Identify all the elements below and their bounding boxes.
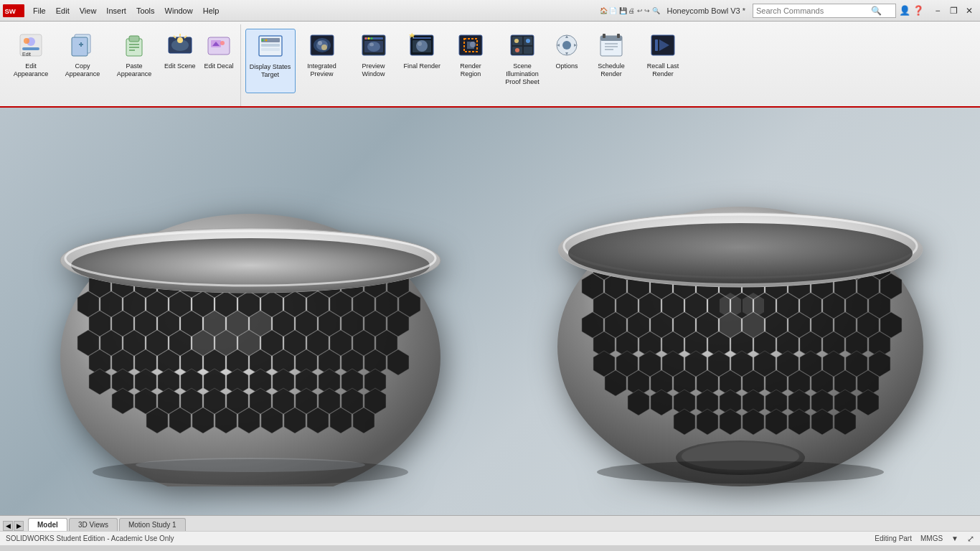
tab-3d-views[interactable]: 3D Views [69, 518, 118, 531]
svg-point-39 [367, 37, 369, 39]
svg-point-35 [321, 44, 327, 50]
menu-tools[interactable]: Tools [132, 5, 159, 17]
svg-point-38 [364, 37, 367, 39]
options-button[interactable]: Options [549, 29, 585, 93]
ribbon-group-appearance: Edit Edit Appearance Copy Appearance [3, 24, 241, 106]
units-dropdown-icon[interactable]: ▼ [951, 534, 958, 542]
tab-navigation: ◀ ▶ [3, 521, 24, 531]
integrated-preview-icon [308, 31, 336, 60]
schedule-render-label: Schedule Render [590, 62, 633, 78]
copy-appearance-label: Copy Appearance [61, 62, 104, 78]
document-title: Honeycomb Bowl V3 * [660, 6, 753, 15]
menu-insert[interactable]: Insert [102, 5, 131, 17]
scene-illumination-label: Scene Illumination Proof Sheet [501, 62, 544, 85]
schedule-render-icon [597, 31, 626, 60]
edit-appearance-icon: Edit [17, 31, 45, 60]
expand-icon[interactable]: ⤢ [967, 534, 974, 544]
svg-point-48 [418, 42, 422, 46]
right-bowl [536, 135, 945, 486]
quick-access-icons: 🏠 📄 💾 🖨 ↩ ↪ 🔍 [600, 7, 660, 14]
right-bowl-container [536, 135, 945, 488]
svg-point-24 [220, 41, 225, 45]
render-region-button[interactable]: Render Region [446, 29, 496, 93]
minimize-button[interactable]: − [930, 4, 946, 18]
tab-model[interactable]: Model [28, 518, 67, 531]
menu-view[interactable]: View [75, 5, 101, 17]
svg-point-5 [24, 38, 29, 44]
menu-edit[interactable]: Edit [52, 5, 74, 17]
edit-scene-label: Edit Scene [164, 62, 196, 70]
preview-window-label: Preview Window [352, 62, 395, 78]
render-region-icon [456, 31, 485, 60]
search-icon: 🔍 [871, 6, 882, 16]
svg-point-312 [568, 223, 913, 283]
svg-point-63 [562, 41, 571, 50]
svg-point-315 [597, 461, 884, 484]
svg-text:Edit: Edit [22, 52, 31, 57]
preview-window-icon [359, 31, 388, 60]
svg-text:SW: SW [4, 6, 16, 14]
paste-appearance-button[interactable]: Paste Appearance [109, 29, 159, 93]
final-render-button[interactable]: Final Render [400, 29, 445, 93]
display-states-target-label: Display States Target [250, 63, 291, 79]
svg-point-40 [370, 37, 372, 39]
final-render-label: Final Render [404, 62, 441, 70]
copy-appearance-icon [68, 31, 97, 60]
svg-rect-58 [524, 47, 532, 54]
status-bar: SOLIDWORKS Student Edition - Academic Us… [0, 531, 980, 545]
svg-rect-12 [129, 36, 139, 42]
paste-appearance-icon [120, 31, 149, 60]
tab-motion-study[interactable]: Motion Study 1 [119, 518, 186, 531]
left-bowl-container [35, 135, 466, 488]
close-button[interactable]: ✕ [961, 4, 977, 18]
menu-file[interactable]: File [29, 5, 50, 17]
menu-help[interactable]: Help [199, 5, 224, 17]
edit-decal-icon [204, 31, 233, 60]
scene-illumination-icon [508, 31, 537, 60]
svg-point-42 [367, 42, 380, 52]
display-states-icon [256, 32, 285, 60]
svg-point-61 [515, 48, 519, 52]
preview-window-button[interactable]: Preview Window [349, 29, 399, 93]
integrated-preview-button[interactable]: Integrated Preview [297, 29, 347, 93]
svg-point-30 [265, 39, 267, 42]
search-box[interactable]: 🔍 [753, 4, 896, 18]
svg-rect-45 [413, 37, 431, 39]
edit-appearance-label: Edit Appearance [9, 62, 52, 78]
svg-point-53 [470, 42, 476, 47]
scene-illumination-button[interactable]: Scene Illumination Proof Sheet [497, 29, 547, 93]
recall-last-render-button[interactable]: Recall Last Render [638, 29, 688, 93]
svg-rect-26 [261, 38, 280, 42]
svg-point-192 [136, 458, 365, 472]
paste-appearance-label: Paste Appearance [113, 62, 156, 78]
render-region-label: Render Region [449, 62, 492, 78]
search-input[interactable] [756, 6, 871, 15]
units-display: MMGS [920, 534, 943, 542]
svg-rect-69 [603, 34, 606, 38]
svg-rect-4 [22, 47, 39, 50]
ribbon-toolbar: Edit Edit Appearance Copy Appearance [0, 22, 980, 108]
svg-point-59 [514, 39, 519, 43]
integrated-preview-label: Integrated Preview [301, 62, 344, 78]
svg-rect-27 [261, 44, 280, 47]
edit-decal-button[interactable]: Edit Decal [201, 29, 237, 93]
svg-rect-8 [72, 37, 88, 56]
final-render-icon [407, 31, 436, 60]
main-viewport [0, 108, 980, 515]
tab-nav-right[interactable]: ▶ [14, 521, 24, 531]
bottom-tab-bar: ◀ ▶ Model 3D Views Motion Study 1 [0, 515, 980, 531]
left-bowl [35, 135, 466, 486]
edit-appearance-button[interactable]: Edit Edit Appearance [6, 29, 56, 93]
tab-nav-left[interactable]: ◀ [3, 521, 13, 531]
svg-rect-72 [655, 39, 658, 51]
svg-point-34 [318, 41, 322, 45]
edit-scene-button[interactable]: Edit Scene [161, 29, 199, 93]
restore-button[interactable]: ❐ [946, 4, 961, 18]
options-icon [552, 31, 581, 60]
menu-window[interactable]: Window [161, 5, 197, 17]
schedule-render-button[interactable]: Schedule Render [586, 29, 636, 93]
svg-point-29 [261, 39, 263, 42]
copy-appearance-button[interactable]: Copy Appearance [57, 29, 108, 93]
display-states-target-button[interactable]: Display States Target [245, 29, 296, 93]
editing-mode: Editing Part [875, 534, 912, 542]
